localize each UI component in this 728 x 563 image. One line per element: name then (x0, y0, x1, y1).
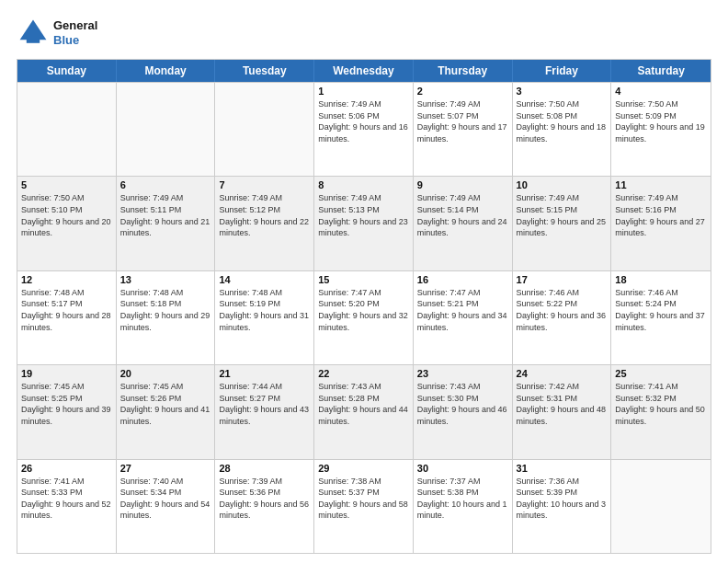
day-cell-30: 30Sunrise: 7:37 AM Sunset: 5:38 PM Dayli… (414, 460, 513, 553)
empty-cell (215, 83, 314, 176)
day-number: 3 (517, 86, 608, 97)
day-cell-4: 4Sunrise: 7:50 AM Sunset: 5:09 PM Daylig… (611, 83, 711, 176)
day-number: 12 (21, 274, 112, 285)
calendar-row-0: 1Sunrise: 7:49 AM Sunset: 5:06 PM Daylig… (17, 82, 711, 176)
day-cell-3: 3Sunrise: 7:50 AM Sunset: 5:08 PM Daylig… (513, 83, 612, 176)
day-info: Sunrise: 7:49 AM Sunset: 5:14 PM Dayligh… (417, 192, 508, 238)
day-cell-28: 28Sunrise: 7:39 AM Sunset: 5:36 PM Dayli… (215, 460, 314, 553)
weekday-header-monday: Monday (117, 60, 216, 82)
calendar-header: SundayMondayTuesdayWednesdayThursdayFrid… (17, 60, 711, 82)
day-cell-5: 5Sunrise: 7:50 AM Sunset: 5:10 PM Daylig… (17, 177, 117, 270)
day-number: 28 (219, 463, 310, 474)
logo: General Blue (17, 17, 97, 50)
day-cell-13: 13Sunrise: 7:48 AM Sunset: 5:18 PM Dayli… (117, 271, 216, 364)
day-number: 27 (120, 463, 211, 474)
day-info: Sunrise: 7:50 AM Sunset: 5:08 PM Dayligh… (517, 98, 608, 144)
day-number: 6 (120, 179, 211, 190)
day-cell-18: 18Sunrise: 7:46 AM Sunset: 5:24 PM Dayli… (611, 271, 711, 364)
day-number: 20 (120, 368, 211, 379)
day-number: 25 (615, 368, 707, 379)
day-number: 15 (318, 274, 409, 285)
day-cell-17: 17Sunrise: 7:46 AM Sunset: 5:22 PM Dayli… (513, 271, 612, 364)
day-cell-26: 26Sunrise: 7:41 AM Sunset: 5:33 PM Dayli… (17, 460, 117, 553)
day-info: Sunrise: 7:50 AM Sunset: 5:09 PM Dayligh… (615, 98, 707, 144)
weekday-header-wednesday: Wednesday (314, 60, 414, 82)
day-info: Sunrise: 7:41 AM Sunset: 5:32 PM Dayligh… (615, 381, 707, 427)
day-number: 16 (417, 274, 508, 285)
weekday-header-saturday: Saturday (611, 60, 711, 82)
day-info: Sunrise: 7:48 AM Sunset: 5:18 PM Dayligh… (120, 287, 211, 333)
day-cell-22: 22Sunrise: 7:43 AM Sunset: 5:28 PM Dayli… (314, 365, 414, 458)
day-info: Sunrise: 7:43 AM Sunset: 5:28 PM Dayligh… (318, 381, 409, 427)
calendar-row-1: 5Sunrise: 7:50 AM Sunset: 5:10 PM Daylig… (17, 176, 711, 270)
day-info: Sunrise: 7:43 AM Sunset: 5:30 PM Dayligh… (417, 381, 508, 427)
header: General Blue (17, 17, 711, 50)
day-info: Sunrise: 7:47 AM Sunset: 5:20 PM Dayligh… (318, 287, 409, 333)
day-number: 30 (417, 463, 508, 474)
calendar-row-2: 12Sunrise: 7:48 AM Sunset: 5:17 PM Dayli… (17, 270, 711, 364)
day-cell-20: 20Sunrise: 7:45 AM Sunset: 5:26 PM Dayli… (117, 365, 216, 458)
weekday-header-friday: Friday (513, 60, 612, 82)
day-cell-15: 15Sunrise: 7:47 AM Sunset: 5:20 PM Dayli… (314, 271, 414, 364)
day-info: Sunrise: 7:49 AM Sunset: 5:15 PM Dayligh… (517, 192, 608, 238)
day-info: Sunrise: 7:41 AM Sunset: 5:33 PM Dayligh… (21, 476, 112, 522)
day-number: 10 (517, 179, 608, 190)
day-info: Sunrise: 7:50 AM Sunset: 5:10 PM Dayligh… (21, 192, 112, 238)
day-info: Sunrise: 7:47 AM Sunset: 5:21 PM Dayligh… (417, 287, 508, 333)
day-info: Sunrise: 7:39 AM Sunset: 5:36 PM Dayligh… (219, 476, 310, 522)
day-info: Sunrise: 7:49 AM Sunset: 5:12 PM Dayligh… (219, 192, 310, 238)
day-info: Sunrise: 7:37 AM Sunset: 5:38 PM Dayligh… (417, 476, 508, 522)
day-number: 11 (615, 179, 707, 190)
day-cell-6: 6Sunrise: 7:49 AM Sunset: 5:11 PM Daylig… (117, 177, 216, 270)
day-number: 13 (120, 274, 211, 285)
day-number: 26 (21, 463, 112, 474)
empty-cell (611, 460, 711, 553)
weekday-header-thursday: Thursday (414, 60, 513, 82)
day-cell-12: 12Sunrise: 7:48 AM Sunset: 5:17 PM Dayli… (17, 271, 117, 364)
day-cell-7: 7Sunrise: 7:49 AM Sunset: 5:12 PM Daylig… (215, 177, 314, 270)
day-cell-27: 27Sunrise: 7:40 AM Sunset: 5:34 PM Dayli… (117, 460, 216, 553)
day-cell-19: 19Sunrise: 7:45 AM Sunset: 5:25 PM Dayli… (17, 365, 117, 458)
day-info: Sunrise: 7:45 AM Sunset: 5:26 PM Dayligh… (120, 381, 211, 427)
day-number: 7 (219, 179, 310, 190)
empty-cell (17, 83, 117, 176)
day-number: 14 (219, 274, 310, 285)
calendar-row-3: 19Sunrise: 7:45 AM Sunset: 5:25 PM Dayli… (17, 364, 711, 458)
day-info: Sunrise: 7:49 AM Sunset: 5:07 PM Dayligh… (417, 98, 508, 144)
day-info: Sunrise: 7:49 AM Sunset: 5:06 PM Dayligh… (318, 98, 409, 144)
logo-text: General Blue (53, 18, 97, 47)
day-cell-16: 16Sunrise: 7:47 AM Sunset: 5:21 PM Dayli… (414, 271, 513, 364)
day-cell-14: 14Sunrise: 7:48 AM Sunset: 5:19 PM Dayli… (215, 271, 314, 364)
day-number: 22 (318, 368, 409, 379)
day-info: Sunrise: 7:38 AM Sunset: 5:37 PM Dayligh… (318, 476, 409, 522)
day-number: 24 (517, 368, 608, 379)
day-info: Sunrise: 7:48 AM Sunset: 5:17 PM Dayligh… (21, 287, 112, 333)
day-number: 21 (219, 368, 310, 379)
day-info: Sunrise: 7:48 AM Sunset: 5:19 PM Dayligh… (219, 287, 310, 333)
day-info: Sunrise: 7:46 AM Sunset: 5:22 PM Dayligh… (517, 287, 608, 333)
calendar: SundayMondayTuesdayWednesdayThursdayFrid… (17, 59, 711, 554)
weekday-header-tuesday: Tuesday (215, 60, 314, 82)
svg-rect-1 (27, 35, 40, 43)
day-number: 23 (417, 368, 508, 379)
day-number: 19 (21, 368, 112, 379)
day-number: 2 (417, 86, 508, 97)
day-info: Sunrise: 7:40 AM Sunset: 5:34 PM Dayligh… (120, 476, 211, 522)
day-info: Sunrise: 7:45 AM Sunset: 5:25 PM Dayligh… (21, 381, 112, 427)
day-cell-24: 24Sunrise: 7:42 AM Sunset: 5:31 PM Dayli… (513, 365, 612, 458)
day-number: 4 (615, 86, 707, 97)
page: General Blue SundayMondayTuesdayWednesda… (0, 0, 728, 563)
day-info: Sunrise: 7:44 AM Sunset: 5:27 PM Dayligh… (219, 381, 310, 427)
weekday-header-sunday: Sunday (17, 60, 117, 82)
calendar-body: 1Sunrise: 7:49 AM Sunset: 5:06 PM Daylig… (17, 82, 711, 553)
day-info: Sunrise: 7:42 AM Sunset: 5:31 PM Dayligh… (517, 381, 608, 427)
day-number: 9 (417, 179, 508, 190)
day-cell-1: 1Sunrise: 7:49 AM Sunset: 5:06 PM Daylig… (314, 83, 414, 176)
day-cell-31: 31Sunrise: 7:36 AM Sunset: 5:39 PM Dayli… (513, 460, 612, 553)
day-info: Sunrise: 7:46 AM Sunset: 5:24 PM Dayligh… (615, 287, 707, 333)
logo-icon (17, 17, 50, 50)
day-cell-11: 11Sunrise: 7:49 AM Sunset: 5:16 PM Dayli… (611, 177, 711, 270)
day-cell-29: 29Sunrise: 7:38 AM Sunset: 5:37 PM Dayli… (314, 460, 414, 553)
day-cell-10: 10Sunrise: 7:49 AM Sunset: 5:15 PM Dayli… (513, 177, 612, 270)
day-cell-25: 25Sunrise: 7:41 AM Sunset: 5:32 PM Dayli… (611, 365, 711, 458)
